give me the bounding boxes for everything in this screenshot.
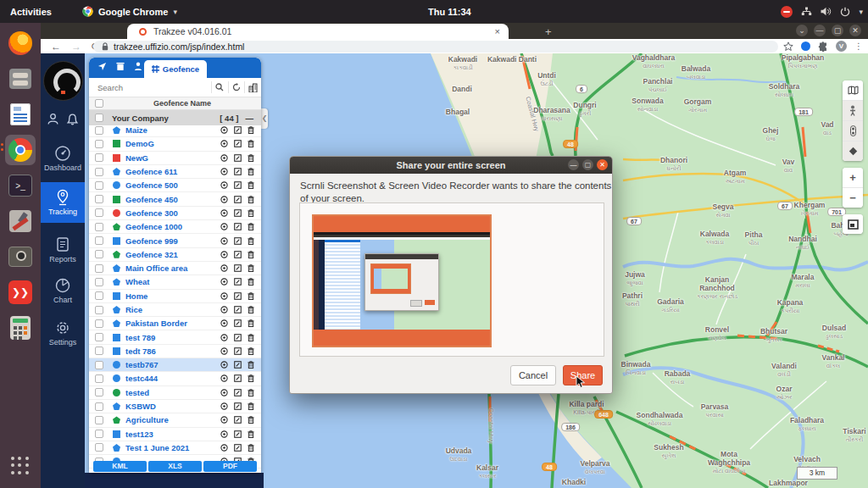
geofence-name-link[interactable]: KSBWD [125,402,220,411]
locate-icon[interactable] [220,140,228,147]
geofence-row[interactable]: Geofence 1000 [89,220,261,234]
locate-icon[interactable] [220,389,228,396]
delete-icon[interactable] [248,237,254,245]
geofence-row[interactable]: Geofence 450 [89,192,261,206]
row-checkbox[interactable] [95,236,103,245]
geofence-row[interactable]: testc444 [89,372,261,385]
sidebar-item-chart[interactable]: Chart [41,277,85,304]
panel-collapse-handle[interactable]: ❮ [261,108,268,129]
locate-icon[interactable] [220,237,228,245]
dialog-minimize-button[interactable]: — [568,159,579,170]
row-checkbox[interactable] [95,208,103,217]
search-button[interactable] [211,81,228,93]
row-checkbox[interactable] [95,361,103,369]
geofence-row[interactable]: Geofence 999 [89,234,261,247]
edit-icon[interactable] [234,264,242,272]
geofence-row[interactable]: Geofence 611 [89,165,261,179]
edit-icon[interactable] [234,306,242,313]
edit-icon[interactable] [234,168,242,175]
row-checkbox[interactable] [95,306,103,314]
locate-icon[interactable] [220,181,228,189]
navigate-icon[interactable] [97,62,107,71]
geofence-name-link[interactable]: Geofence 321 [125,250,220,259]
geofence-name-link[interactable]: Geofence 999 [125,236,220,246]
archive-icon[interactable] [116,62,125,71]
group-collapse-toggle[interactable]: — [246,114,254,123]
row-checkbox[interactable] [95,264,103,273]
delete-icon[interactable] [248,292,254,300]
geofence-name-link[interactable]: Pakistan Border [125,319,220,328]
browser-menu-icon[interactable]: ⋮ [854,42,863,51]
geofence-name-link[interactable]: Main Office area [125,263,220,273]
edit-icon[interactable] [234,374,242,382]
geofence-row[interactable]: Agriculture [89,413,261,427]
delete-icon[interactable] [248,264,254,272]
locate-icon[interactable] [220,347,228,355]
forward-button[interactable]: → [71,41,81,53]
edit-icon[interactable] [234,154,242,162]
dock-calculator[interactable] [5,313,36,343]
delete-icon[interactable] [248,402,254,410]
extension-icon-blue[interactable] [801,42,810,51]
locate-icon[interactable] [220,264,228,272]
dock-chrome[interactable] [5,135,36,165]
geofence-name-link[interactable]: Wheat [125,277,220,286]
delete-icon[interactable] [248,168,254,175]
edit-icon[interactable] [234,223,242,230]
address-bar[interactable]: trakzee.uffizio.com/jsp/index.html [93,41,778,53]
locate-icon[interactable] [220,209,228,217]
map-type-button[interactable] [843,80,863,101]
group-checkbox[interactable] [95,114,103,122]
edit-icon[interactable] [234,292,242,300]
delete-icon[interactable] [248,140,254,147]
edit-icon[interactable] [234,334,242,341]
row-checkbox[interactable] [95,250,103,258]
export-button[interactable]: KML [93,461,147,472]
geofence-row[interactable]: Pakistan Border [89,317,261,330]
geofence-name-link[interactable]: testc444 [125,374,220,383]
geofence-name-link[interactable]: Geofence 500 [125,180,220,190]
edit-icon[interactable] [234,181,242,189]
locate-icon[interactable] [220,430,228,438]
geofence-row[interactable]: Wheat [89,275,261,289]
edit-icon[interactable] [234,278,242,286]
geofence-row[interactable]: Geofence 300 [89,207,261,220]
geofence-row[interactable]: test 789 [89,330,261,344]
row-checkbox[interactable] [95,430,103,438]
delete-icon[interactable] [248,209,254,217]
company-logo-avatar[interactable] [43,61,83,101]
locate-icon[interactable] [220,196,228,203]
geofence-name-link[interactable]: NewG [125,153,220,163]
geofence-name-link[interactable]: test123 [125,430,220,439]
row-checkbox[interactable] [95,347,103,355]
bookmark-star-icon[interactable] [783,42,793,52]
street-view-button[interactable] [843,101,863,121]
refresh-button[interactable] [228,81,245,93]
geofence-name-link[interactable]: Maize [125,125,220,135]
delete-icon[interactable] [248,126,254,134]
dock-media-app[interactable]: ❯❯ [5,277,36,308]
row-checkbox[interactable] [95,443,103,452]
profile-avatar[interactable]: V [836,41,847,52]
locate-icon[interactable] [220,416,228,424]
delete-icon[interactable] [248,416,254,424]
edit-icon[interactable] [234,430,242,438]
locate-icon[interactable] [220,251,228,258]
sidebar-item-dashboard[interactable]: Dashboard [41,145,85,172]
edit-icon[interactable] [234,196,242,203]
row-checkbox[interactable] [95,153,103,162]
geofence-name-link[interactable]: tedt 786 [125,347,220,356]
geofence-name-link[interactable]: Geofence 611 [125,167,220,176]
delete-icon[interactable] [248,430,254,438]
geofence-name-link[interactable]: tested [125,388,220,397]
dialog-maximize-button[interactable]: ▢ [582,159,593,170]
geofence-name-link[interactable]: testb767 [125,360,220,369]
locate-icon[interactable] [220,278,228,286]
row-checkbox[interactable] [95,195,103,203]
geofence-row[interactable]: KSBWD [89,400,261,413]
locate-icon[interactable] [220,334,228,341]
tab-search-button[interactable]: ⌄ [796,25,808,36]
edit-icon[interactable] [234,361,242,369]
row-checkbox[interactable] [95,126,103,135]
back-button[interactable]: ← [51,41,61,53]
